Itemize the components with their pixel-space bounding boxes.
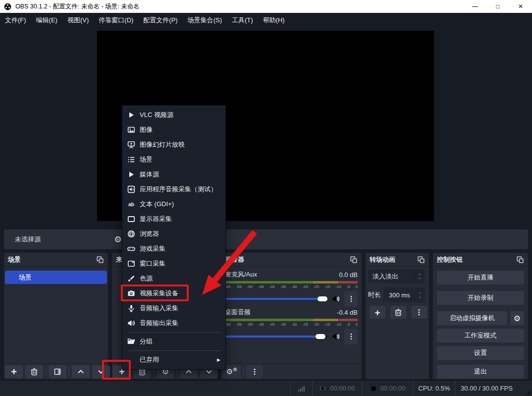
add-scene-button[interactable]: + (5, 365, 23, 378)
meter-tick-label: -50 (247, 322, 253, 327)
move-scene-up-button[interactable] (72, 365, 90, 378)
menu-item-app-audio-capture[interactable]: 应用程序音频采集（测试） (122, 182, 225, 197)
minimize-button[interactable]: — (464, 0, 486, 13)
meter-tick-label: -10 (335, 322, 341, 327)
brush-icon (127, 275, 135, 283)
slideshow-icon (127, 141, 135, 149)
menu-item-image[interactable]: 图像 (122, 122, 225, 137)
annotation-box-video-capture-device (121, 284, 189, 301)
toolbar-divider (46, 367, 46, 377)
menu-item-audio-output-capture[interactable]: 音频输出采集 (122, 316, 225, 331)
mixer-channel-desktop: 桌面音频 -0.4 dB -60-55-50-45-40-35-30-25-20… (225, 308, 358, 345)
transition-select[interactable]: 淡入淡出 (368, 270, 425, 283)
status-bar: 00:00:00 00:00:00 CPU: 0.5% 30.00 / 30.0… (0, 380, 532, 396)
settings-button[interactable]: 设置 (437, 346, 524, 360)
meter-tick-label: -40 (269, 284, 275, 289)
meter-tick-label: -10 (335, 284, 341, 289)
menu-item-text-gdi[interactable]: ab文本 (GDI+) (122, 197, 225, 212)
window-controls: — □ ✕ (464, 0, 532, 13)
channel-options-kebab-button[interactable] (344, 291, 358, 307)
exit-button[interactable]: 退出 (437, 365, 524, 379)
meter-tick-label: -15 (324, 284, 330, 289)
meter-tick-label: -40 (269, 322, 275, 327)
add-transition-button[interactable]: + (370, 306, 385, 319)
menu-scene-collection[interactable]: 场景集合(S) (183, 13, 227, 28)
volume-slider-handle[interactable] (316, 334, 325, 339)
popout-icon[interactable] (516, 256, 524, 264)
obs-window: OBS 30.1.2 - 配置文件: 未命名 - 场景: 未命名 — □ ✕ 文… (0, 0, 532, 396)
duration-value: 300 ms (389, 291, 410, 299)
menu-profile[interactable]: 配置文件(P) (138, 13, 182, 28)
fps-value: 30.00 / 30.00 FPS (461, 385, 513, 392)
menu-help[interactable]: 帮助(H) (258, 13, 290, 28)
menu-item-vlc-source[interactable]: VLC 视频源 (122, 108, 225, 122)
menu-item-deprecated[interactable]: 已弃用▶ (122, 352, 225, 367)
signal-bars-icon (298, 385, 306, 393)
meter-tick-label: -30 (291, 322, 297, 327)
scene-list-item-selected[interactable]: 场景 (5, 271, 107, 284)
scene-filters-button[interactable] (49, 365, 66, 378)
submenu-arrow-icon: ▶ (217, 357, 220, 362)
start-virtual-camera-button[interactable]: 启动虚拟摄像机 (437, 311, 507, 325)
source-properties-bar: 未选择源 ⚙ (4, 229, 528, 249)
popout-icon[interactable] (417, 256, 425, 264)
maximize-button[interactable]: □ (486, 0, 509, 13)
stream-time-section: 00:00:00 (312, 381, 362, 396)
popout-icon[interactable] (96, 256, 104, 264)
menu-item-audio-input-capture[interactable]: 音频输入采集 (122, 301, 225, 316)
volume-slider[interactable] (225, 336, 327, 338)
menu-item-group[interactable]: 分组 (122, 334, 225, 349)
duration-label: 时长 (368, 287, 381, 302)
menu-item-scene[interactable]: 场景 (122, 152, 225, 167)
record-time-section: 00:00:00 (362, 381, 413, 396)
window-icon (127, 260, 135, 268)
popout-icon[interactable] (350, 256, 358, 264)
remove-transition-button[interactable] (390, 306, 406, 319)
transition-selected-value: 淡入淡出 (372, 272, 398, 281)
microphone-icon (127, 304, 135, 312)
menu-item-media-source[interactable]: 媒体源 (122, 167, 225, 182)
controls-panel-header: 控制按钮 (433, 253, 528, 267)
menu-item-slideshow[interactable]: 图像幻灯片放映 (122, 137, 225, 152)
annotation-box-add-source-button (102, 360, 131, 380)
window-title: OBS 30.1.2 - 配置文件: 未命名 - 场景: 未命名 (15, 2, 140, 11)
duration-spinbox[interactable]: 300 ms (383, 287, 425, 302)
titlebar: OBS 30.1.2 - 配置文件: 未命名 - 场景: 未命名 — □ ✕ (0, 0, 532, 13)
record-dot-icon (370, 385, 377, 392)
studio-mode-button[interactable]: 工作室模式 (437, 329, 524, 342)
meter-tick-label: -55 (236, 322, 242, 327)
monitor-icon (127, 215, 135, 223)
mixer-options-kebab-button[interactable] (246, 365, 263, 378)
transition-options-kebab-button[interactable] (411, 306, 427, 319)
volume-slider-handle[interactable] (318, 296, 327, 301)
channel-options-kebab-button[interactable] (344, 329, 358, 344)
record-time: 00:00:00 (380, 385, 406, 392)
close-button[interactable]: ✕ (509, 0, 532, 13)
start-recording-button[interactable]: 开始录制 (437, 291, 524, 305)
app-audio-icon (127, 185, 135, 193)
menu-edit[interactable]: 编辑(E) (31, 13, 62, 28)
menu-view[interactable]: 视图(V) (62, 13, 94, 28)
spinbox-carets-icon[interactable] (418, 291, 423, 299)
globe-icon (127, 230, 135, 238)
fps-section: 30.00 / 30.00 FPS (455, 381, 518, 396)
meter-tick-label: -35 (280, 322, 286, 327)
menu-docks[interactable]: 停靠窗口(D) (94, 13, 138, 28)
remove-scene-button[interactable] (25, 365, 43, 378)
start-streaming-button[interactable]: 开始直播 (437, 271, 524, 284)
virtual-camera-settings-gear-button[interactable]: ⚙ (510, 311, 524, 325)
speaker-icon[interactable] (331, 333, 340, 340)
image-icon (127, 126, 135, 134)
list-icon (127, 156, 135, 164)
mixer-channel-level: -0.4 dB (337, 309, 358, 316)
menu-file[interactable]: 文件(F) (0, 13, 31, 28)
resize-grip-icon[interactable] (526, 390, 531, 395)
cpu-usage-section: CPU: 0.5% (413, 381, 455, 396)
menu-tools[interactable]: 工具(T) (227, 13, 258, 28)
meter-scale: -60-55-50-45-40-35-30-25-20-15-10-50 (225, 322, 358, 327)
meter-tick-label: -30 (291, 284, 297, 289)
stream-health-section (290, 381, 312, 396)
meter-tick-label: -45 (258, 322, 264, 327)
gamepad-icon (127, 245, 135, 253)
speaker-icon[interactable] (331, 295, 340, 303)
